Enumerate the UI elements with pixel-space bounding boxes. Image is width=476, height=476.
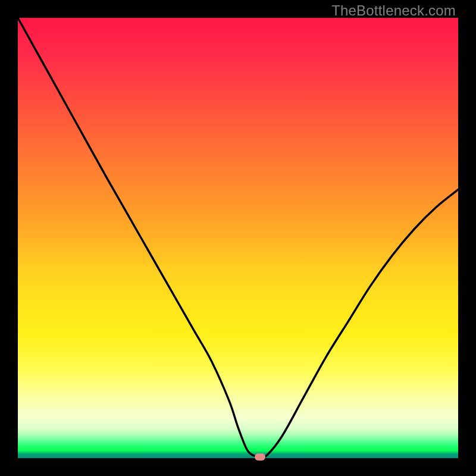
watermark-text: TheBottleneck.com — [331, 2, 456, 19]
bottleneck-curve — [18, 18, 458, 458]
curve-path — [18, 18, 458, 458]
balance-marker — [255, 453, 265, 461]
plot-area — [18, 18, 458, 458]
chart-frame: TheBottleneck.com — [0, 0, 476, 476]
